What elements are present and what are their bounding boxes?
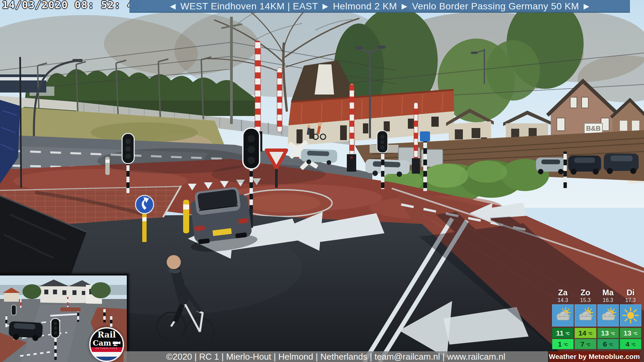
low-temp: 1 °C	[552, 339, 574, 349]
date-label: 15.3	[575, 297, 596, 304]
day-label: Zo	[575, 288, 596, 297]
high-temp: 13 °C	[620, 328, 641, 338]
weather-credit-bar: Weather by Meteoblue.com	[549, 351, 640, 362]
date-label: 17.3	[620, 297, 641, 304]
direction-banner: ◄ WEST Eindhoven 14KM | EAST ► Helmond 2…	[129, 0, 630, 13]
high-temp: 11 °C	[552, 328, 574, 338]
day-label: Di	[620, 288, 641, 297]
weather-day-column: Ma 16.3 13 °C 6 °C	[597, 288, 619, 350]
sun-behind-cloud-icon	[575, 304, 596, 326]
cctv-camera-icon	[112, 341, 121, 346]
date-label: 16.3	[597, 297, 619, 304]
low-temp: 6 °C	[597, 339, 619, 349]
island-bollard	[105, 157, 110, 175]
weather-widget: Za 14.3 11 °C 1 °C Zo 15.3	[552, 288, 641, 350]
logo-text-rail: Rail	[91, 330, 123, 339]
timestamp: 14/03/2020 08: 52: 40	[2, 0, 141, 11]
bnb-sign-text: B&B	[586, 125, 600, 132]
striped-pole-far-right	[564, 152, 567, 189]
weather-day-column: Zo 15.3 14 °C 7 °C	[575, 288, 596, 350]
logo-text-cam: Cam	[93, 339, 111, 347]
day-label: Ma	[597, 288, 619, 297]
weather-day-column: Di 17.3 13 °C 4 °C	[620, 288, 641, 350]
blue-sign	[420, 131, 430, 141]
low-temp: 4 °C	[620, 339, 641, 349]
sun-behind-cloud-icon	[597, 304, 619, 326]
weather-day-column: Za 14.3 11 °C 1 °C	[552, 288, 574, 350]
railcam-logo: Rail Cam NETHERLANDS	[89, 327, 124, 362]
sun-behind-cloud-icon	[552, 304, 574, 326]
date-label: 14.3	[552, 297, 574, 304]
railcam-webcam-frame: B&B	[0, 0, 644, 362]
low-temp: 7 °C	[575, 339, 596, 349]
high-temp: 13 °C	[597, 328, 619, 338]
high-temp: 14 °C	[575, 328, 596, 338]
tall-mast	[230, 17, 233, 124]
sun-icon	[620, 304, 641, 326]
yellow-bollard	[183, 200, 189, 233]
copyright-bar: ©2020 | RC 1 | Mierlo-Hout | Helmond | N…	[123, 351, 548, 362]
day-label: Za	[552, 288, 574, 297]
logo-text-country: NETHERLANDS	[91, 347, 123, 350]
striped-pole	[423, 140, 427, 191]
